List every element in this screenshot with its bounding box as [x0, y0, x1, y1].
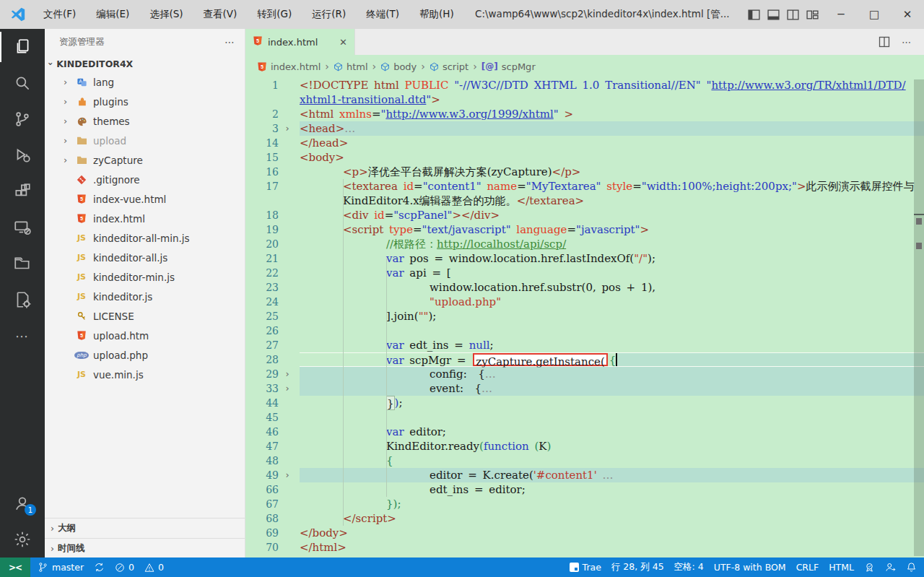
code-text[interactable]: <p>泽优全平台截屏解决方案(zyCapture)</p> — [300, 165, 924, 179]
remote-indicator[interactable]: >< — [0, 558, 30, 577]
status-item-0[interactable]: 0 — [115, 562, 134, 573]
activitybar-accounts-icon[interactable]: 1 — [0, 485, 45, 521]
sidebar-section-时间线[interactable]: ›时间线 — [45, 538, 245, 558]
code-text[interactable]: <div id="scpPanel"></div> — [300, 208, 924, 222]
toggle-sidebar-icon[interactable] — [748, 9, 760, 21]
tree-item-kindeditor.js[interactable]: JSkindeditor.js — [45, 287, 245, 306]
code-text[interactable] — [300, 324, 924, 338]
tree-item-kindeditor-all.js[interactable]: JSkindeditor-all.js — [45, 248, 245, 267]
code-editor[interactable]: 1<!DOCTYPE html PUBLIC "-//W3C//DTD XHTM… — [245, 78, 924, 558]
status-item-master[interactable]: master — [38, 562, 84, 573]
status-item-HTML[interactable]: HTML — [829, 562, 854, 573]
sidebar-section-大纲[interactable]: ›大纲 — [45, 519, 245, 538]
tree-item-vue.min.js[interactable]: JSvue.min.js — [45, 365, 245, 384]
split-editor-icon[interactable] — [787, 9, 799, 21]
code-text[interactable]: <script type="text/javascript" language=… — [300, 222, 924, 237]
code-text[interactable]: config: {… — [300, 367, 924, 381]
chevron-right-icon[interactable]: › — [64, 135, 75, 146]
tree-item-.gitignore[interactable]: .gitignore — [45, 170, 245, 189]
code-text[interactable]: edt_ins = editor; — [300, 482, 924, 497]
menu-帮助H[interactable]: 帮助(H) — [411, 5, 463, 24]
code-text[interactable]: var api = [ — [300, 266, 924, 280]
menu-终端T[interactable]: 终端(T) — [357, 5, 408, 24]
code-text[interactable]: var pos = window.location.href.lastIndex… — [300, 251, 924, 266]
code-text[interactable]: KindEditor4.x编辑器整合的功能。</textarea> — [300, 194, 924, 208]
chevron-right-icon[interactable]: › — [64, 116, 75, 126]
code-text[interactable]: </head> — [300, 136, 924, 150]
fold-chevron-icon[interactable]: › — [279, 121, 296, 136]
code-text[interactable]: <textarea id="content1" name="MyTextarea… — [300, 179, 924, 194]
tree-item-kindeditor-all-min.js[interactable]: JSkindeditor-all-min.js — [45, 228, 245, 248]
workspace-root[interactable]: › KINDEDITOR4X — [45, 55, 245, 72]
code-text[interactable]: <!DOCTYPE html PUBLIC "-//W3C//DTD XHTML… — [300, 78, 924, 92]
activitybar-more-icon[interactable]: ⋯ — [0, 318, 45, 354]
code-text[interactable]: }); — [300, 497, 924, 511]
menu-运行R[interactable]: 运行(R) — [303, 5, 354, 24]
code-text[interactable]: { — [300, 454, 924, 468]
activitybar-explorer-icon[interactable] — [0, 29, 45, 65]
split-editor-icon[interactable] — [879, 36, 890, 48]
breadcrumb-item-index.html[interactable]: 5index.html — [257, 61, 321, 72]
status-item-Trae[interactable]: Trae — [570, 562, 601, 573]
tree-item-index-vue.html[interactable]: 5index-vue.html — [45, 189, 245, 209]
code-text[interactable]: editor = K.create('#content1' … — [300, 468, 924, 482]
breadcrumb-item-scpMgr[interactable]: [@]scpMgr — [481, 61, 536, 72]
tab-close-icon[interactable]: ✕ — [339, 37, 347, 48]
tree-item-upload.htm[interactable]: 5upload.htm — [45, 326, 245, 345]
code-text[interactable]: "upload.php" — [300, 295, 924, 309]
status-item-0[interactable]: 0 — [144, 562, 164, 573]
activitybar-remote-explorer-icon[interactable] — [0, 209, 45, 246]
activitybar-code-settings-icon[interactable] — [0, 282, 45, 318]
activitybar-folder-opened-icon[interactable] — [0, 246, 45, 282]
customize-layout-icon[interactable] — [806, 9, 819, 21]
code-text[interactable]: event: {… — [300, 381, 924, 396]
status-item-CRLF[interactable]: CRLF — [796, 562, 819, 573]
tree-item-lang[interactable]: ›Alang — [45, 72, 245, 92]
tree-item-LICENSE[interactable]: LICENSE — [45, 306, 245, 326]
code-text[interactable]: </script> — [300, 511, 924, 526]
activitybar-search-icon[interactable] — [0, 65, 45, 101]
code-text[interactable]: </html> — [300, 540, 924, 555]
menu-文件F[interactable]: 文件(F) — [35, 5, 84, 24]
code-text[interactable]: xhtml1-transitional.dtd"> — [300, 92, 924, 107]
chevron-right-icon[interactable]: › — [64, 155, 75, 165]
vertical-scrollbar[interactable] — [914, 79, 924, 556]
menu-编辑E[interactable]: 编辑(E) — [87, 5, 138, 24]
code-text[interactable]: ].join(""); — [300, 309, 924, 324]
breadcrumb-item-html[interactable]: html — [334, 61, 368, 72]
tree-item-index.html[interactable]: 5index.html — [45, 209, 245, 228]
tree-item-themes[interactable]: ›themes — [45, 111, 245, 131]
close-button[interactable]: ✕ — [891, 0, 924, 29]
activitybar-run-debug-icon[interactable] — [0, 137, 45, 173]
chevron-right-icon[interactable]: › — [64, 77, 75, 87]
code-text[interactable]: KindEditor.ready(function (K) — [300, 439, 924, 454]
more-actions-icon[interactable]: ⋯ — [902, 37, 912, 48]
code-text[interactable] — [300, 410, 924, 425]
code-text[interactable]: window.location.href.substr(0, pos + 1), — [300, 280, 924, 295]
code-text[interactable]: <html xmlns="http://www.w3.org/1999/xhtm… — [300, 107, 924, 121]
menu-查看V[interactable]: 查看(V) — [195, 5, 246, 24]
code-text[interactable]: var editor; — [300, 425, 924, 439]
toggle-panel-icon[interactable] — [767, 9, 780, 21]
code-text[interactable]: <body> — [300, 150, 924, 165]
tree-item-upload[interactable]: ›upload — [45, 131, 245, 150]
fold-chevron-icon[interactable]: › — [279, 367, 296, 381]
code-text[interactable]: <head>… — [300, 121, 924, 136]
status-item-UTF-8 with BOM[interactable]: UTF-8 with BOM — [714, 562, 786, 573]
chevron-right-icon[interactable]: › — [64, 96, 75, 107]
fold-chevron-icon[interactable]: › — [279, 381, 296, 396]
activitybar-extensions-icon[interactable] — [0, 173, 45, 209]
status-item-bell[interactable] — [906, 562, 917, 573]
menu-转到G[interactable]: 转到(G) — [248, 5, 300, 24]
activitybar-settings-icon[interactable] — [0, 521, 45, 558]
code-text[interactable]: var edt_ins = null; — [300, 338, 924, 352]
status-item-空格: 4[interactable]: 空格: 4 — [674, 561, 704, 573]
status-item-format[interactable] — [864, 562, 875, 573]
maximize-button[interactable]: □ — [858, 0, 891, 29]
status-item-行 28, 列 45[interactable]: 行 28, 列 45 — [611, 561, 664, 573]
tree-item-upload.php[interactable]: phpupload.php — [45, 345, 245, 365]
tab-index-html[interactable]: 5 index.html ✕ — [245, 29, 355, 55]
activitybar-source-control-icon[interactable] — [0, 101, 45, 137]
tree-item-zyCapture[interactable]: ›zyCapture — [45, 150, 245, 170]
status-item-feedback[interactable] — [885, 562, 896, 573]
